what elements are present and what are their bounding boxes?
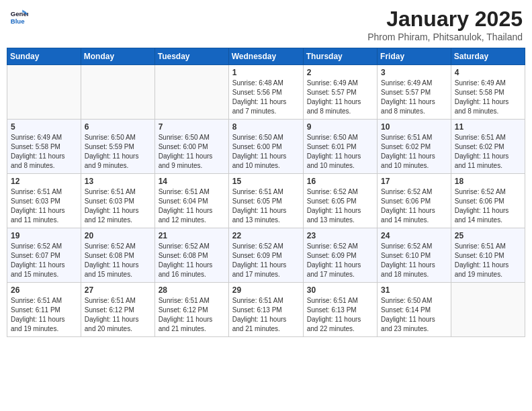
day-info: Sunrise: 6:49 AM Sunset: 5:57 PM Dayligh… [307,79,373,116]
calendar-cell: 27Sunrise: 6:51 AM Sunset: 6:12 PM Dayli… [81,283,154,337]
calendar-cell: 24Sunrise: 6:52 AM Sunset: 6:10 PM Dayli… [378,228,451,283]
day-number: 19 [11,231,77,240]
calendar-cell: 25Sunrise: 6:51 AM Sunset: 6:10 PM Dayli… [451,228,525,283]
calendar-cell [154,65,228,120]
calendar-cell: 10Sunrise: 6:51 AM Sunset: 6:02 PM Dayli… [378,120,451,174]
weekday-header-wednesday: Wednesday [228,48,303,65]
weekday-header-monday: Monday [81,48,154,65]
day-info: Sunrise: 6:51 AM Sunset: 6:12 PM Dayligh… [85,296,151,334]
day-number: 31 [381,285,447,295]
calendar-cell: 26Sunrise: 6:51 AM Sunset: 6:11 PM Dayli… [7,283,81,337]
day-number: 8 [232,122,300,132]
day-number: 26 [11,285,77,295]
logo: General Blue [9,7,28,26]
day-info: Sunrise: 6:48 AM Sunset: 5:56 PM Dayligh… [232,79,300,116]
calendar-cell: 18Sunrise: 6:52 AM Sunset: 6:06 PM Dayli… [451,174,525,228]
day-number: 20 [85,231,151,240]
day-number: 2 [307,68,373,77]
title-block: January 2025 Phrom Phiram, Phitsanulok, … [367,7,523,42]
day-info: Sunrise: 6:49 AM Sunset: 5:58 PM Dayligh… [11,133,77,171]
calendar-cell: 31Sunrise: 6:50 AM Sunset: 6:14 PM Dayli… [378,283,451,337]
day-number: 14 [159,177,225,186]
weekday-header-row: SundayMondayTuesdayWednesdayThursdayFrid… [7,48,525,65]
day-number: 1 [232,68,300,77]
calendar-cell: 14Sunrise: 6:51 AM Sunset: 6:04 PM Dayli… [154,174,228,228]
weekday-header-sunday: Sunday [7,48,81,65]
day-info: Sunrise: 6:50 AM Sunset: 5:59 PM Dayligh… [85,133,151,171]
day-info: Sunrise: 6:50 AM Sunset: 6:14 PM Dayligh… [381,296,447,334]
day-number: 18 [455,177,521,186]
page-header: General Blue January 2025 Phrom Phiram, … [7,7,525,42]
calendar-cell: 15Sunrise: 6:51 AM Sunset: 6:05 PM Dayli… [228,174,303,228]
calendar-cell: 2Sunrise: 6:49 AM Sunset: 5:57 PM Daylig… [303,65,377,120]
day-number: 15 [232,177,300,186]
day-number: 6 [85,122,151,132]
week-row-1: 1Sunrise: 6:48 AM Sunset: 5:56 PM Daylig… [7,65,525,120]
day-number: 4 [455,68,521,77]
calendar-cell: 21Sunrise: 6:52 AM Sunset: 6:08 PM Dayli… [154,228,228,283]
day-number: 23 [307,231,373,240]
svg-text:Blue: Blue [11,17,25,25]
weekday-header-tuesday: Tuesday [154,48,228,65]
calendar-cell [7,65,81,120]
weekday-header-saturday: Saturday [451,48,525,65]
calendar-table: SundayMondayTuesdayWednesdayThursdayFrid… [7,48,525,337]
calendar-cell: 16Sunrise: 6:52 AM Sunset: 6:05 PM Dayli… [303,174,377,228]
day-info: Sunrise: 6:52 AM Sunset: 6:08 PM Dayligh… [159,242,225,279]
day-info: Sunrise: 6:51 AM Sunset: 6:12 PM Dayligh… [159,296,225,334]
day-number: 11 [455,122,521,132]
day-info: Sunrise: 6:50 AM Sunset: 6:00 PM Dayligh… [159,133,225,171]
day-info: Sunrise: 6:52 AM Sunset: 6:06 PM Dayligh… [455,187,521,225]
calendar-cell: 19Sunrise: 6:52 AM Sunset: 6:07 PM Dayli… [7,228,81,283]
day-info: Sunrise: 6:51 AM Sunset: 6:13 PM Dayligh… [307,296,373,334]
calendar-cell: 29Sunrise: 6:51 AM Sunset: 6:13 PM Dayli… [228,283,303,337]
day-number: 30 [307,285,373,295]
calendar-cell: 9Sunrise: 6:50 AM Sunset: 6:01 PM Daylig… [303,120,377,174]
day-number: 24 [381,231,447,240]
day-info: Sunrise: 6:49 AM Sunset: 5:58 PM Dayligh… [455,79,521,116]
day-number: 27 [85,285,151,295]
weekday-header-friday: Friday [378,48,451,65]
calendar-cell: 4Sunrise: 6:49 AM Sunset: 5:58 PM Daylig… [451,65,525,120]
day-number: 3 [381,68,447,77]
day-info: Sunrise: 6:51 AM Sunset: 6:04 PM Dayligh… [159,187,225,225]
day-info: Sunrise: 6:51 AM Sunset: 6:13 PM Dayligh… [232,296,300,334]
day-info: Sunrise: 6:50 AM Sunset: 6:00 PM Dayligh… [232,133,300,171]
calendar-cell [81,65,154,120]
week-row-4: 19Sunrise: 6:52 AM Sunset: 6:07 PM Dayli… [7,228,525,283]
day-number: 16 [307,177,373,186]
day-info: Sunrise: 6:51 AM Sunset: 6:10 PM Dayligh… [455,242,521,279]
calendar-cell: 12Sunrise: 6:51 AM Sunset: 6:03 PM Dayli… [7,174,81,228]
week-row-5: 26Sunrise: 6:51 AM Sunset: 6:11 PM Dayli… [7,283,525,337]
calendar-cell: 5Sunrise: 6:49 AM Sunset: 5:58 PM Daylig… [7,120,81,174]
calendar-cell: 7Sunrise: 6:50 AM Sunset: 6:00 PM Daylig… [154,120,228,174]
day-info: Sunrise: 6:52 AM Sunset: 6:10 PM Dayligh… [381,242,447,279]
day-info: Sunrise: 6:51 AM Sunset: 6:05 PM Dayligh… [232,187,300,225]
calendar-cell: 28Sunrise: 6:51 AM Sunset: 6:12 PM Dayli… [154,283,228,337]
day-info: Sunrise: 6:51 AM Sunset: 6:02 PM Dayligh… [381,133,447,171]
calendar-cell: 17Sunrise: 6:52 AM Sunset: 6:06 PM Dayli… [378,174,451,228]
day-number: 9 [307,122,373,132]
day-number: 10 [381,122,447,132]
day-info: Sunrise: 6:51 AM Sunset: 6:03 PM Dayligh… [11,187,77,225]
day-info: Sunrise: 6:52 AM Sunset: 6:05 PM Dayligh… [307,187,373,225]
day-number: 13 [85,177,151,186]
calendar-cell: 22Sunrise: 6:52 AM Sunset: 6:09 PM Dayli… [228,228,303,283]
day-info: Sunrise: 6:52 AM Sunset: 6:07 PM Dayligh… [11,242,77,279]
day-info: Sunrise: 6:51 AM Sunset: 6:02 PM Dayligh… [455,133,521,171]
calendar-cell: 3Sunrise: 6:49 AM Sunset: 5:57 PM Daylig… [378,65,451,120]
day-number: 5 [11,122,77,132]
day-number: 17 [381,177,447,186]
calendar-cell: 13Sunrise: 6:51 AM Sunset: 6:03 PM Dayli… [81,174,154,228]
calendar-cell: 11Sunrise: 6:51 AM Sunset: 6:02 PM Dayli… [451,120,525,174]
day-info: Sunrise: 6:52 AM Sunset: 6:08 PM Dayligh… [85,242,151,279]
day-info: Sunrise: 6:51 AM Sunset: 6:11 PM Dayligh… [11,296,77,334]
weekday-header-thursday: Thursday [303,48,377,65]
calendar-cell: 20Sunrise: 6:52 AM Sunset: 6:08 PM Dayli… [81,228,154,283]
day-info: Sunrise: 6:51 AM Sunset: 6:03 PM Dayligh… [85,187,151,225]
week-row-2: 5Sunrise: 6:49 AM Sunset: 5:58 PM Daylig… [7,120,525,174]
calendar-cell: 6Sunrise: 6:50 AM Sunset: 5:59 PM Daylig… [81,120,154,174]
month-title: January 2025 [367,7,523,32]
day-number: 29 [232,285,300,295]
calendar-cell: 23Sunrise: 6:52 AM Sunset: 6:09 PM Dayli… [303,228,377,283]
